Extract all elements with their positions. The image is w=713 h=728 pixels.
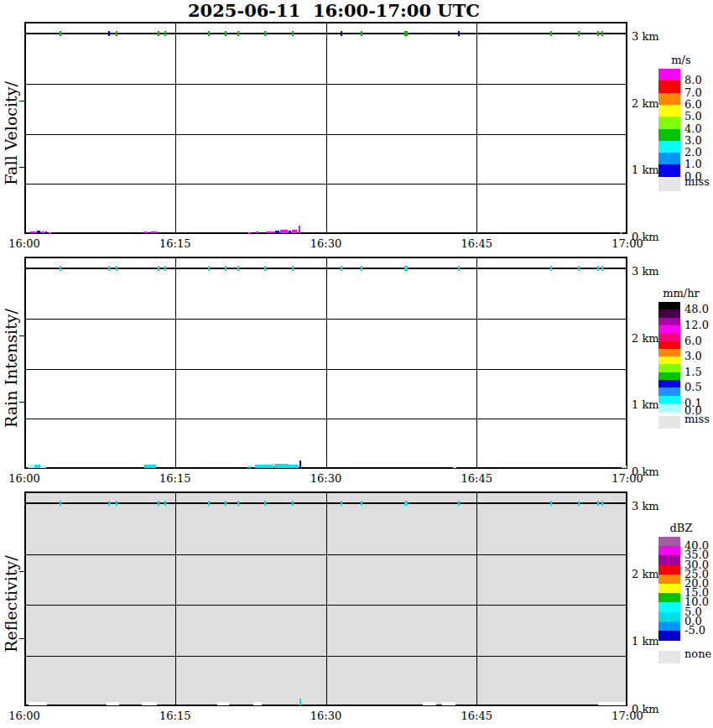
echo-dot: [578, 501, 580, 506]
surface-mark: [274, 464, 289, 468]
colorbar-band: [658, 69, 680, 81]
colorbar-tick-label: 4.0: [684, 123, 702, 135]
height-tick-label: 2 km: [632, 98, 659, 110]
echo-dot: [361, 266, 362, 271]
surface-mark: [453, 466, 456, 468]
colorbar-tick-label: -5.0: [684, 625, 705, 637]
mrr-time-height-plot: 2025-06-11 16:00-17:00 UTC Fall Velocity…: [0, 0, 713, 728]
colorbar-band: [658, 546, 680, 556]
echo-dot: [578, 31, 580, 36]
surface-mark: [598, 702, 626, 705]
echo-dot: [264, 266, 266, 271]
surface-mark: [37, 231, 40, 233]
echo-dot: [225, 31, 226, 36]
echo-dot: [601, 501, 603, 506]
echo-dot: [458, 501, 460, 506]
echo-dot: [108, 266, 110, 271]
y-axis-label-fall-velocity: Fall Velocity/: [2, 81, 20, 185]
colorbar-tick-label: 1.0: [684, 159, 702, 170]
surface-mark: [280, 230, 288, 233]
time-tick-label: 17:00: [612, 238, 643, 250]
echo-dot: [116, 501, 117, 506]
echo-dot: [164, 266, 166, 271]
echo-dot: [158, 31, 159, 36]
echo-dot: [341, 266, 342, 271]
echo-dot: [60, 266, 61, 271]
height-tick-label: 1 km: [632, 164, 659, 176]
colorbar-band: [658, 164, 680, 177]
echo-dot: [164, 501, 166, 506]
colorbar-band: [658, 612, 680, 622]
echo-dot: [404, 501, 408, 506]
colorbar-tick-label: 7.0: [684, 87, 702, 99]
axis-tick: [19, 402, 24, 403]
echo-dot: [225, 501, 226, 506]
surface-mark: [275, 231, 279, 233]
echo-dot: [116, 266, 117, 271]
echo-dot: [237, 501, 239, 506]
colorbar-band: [658, 555, 680, 565]
axis-tick: [19, 638, 24, 639]
echo-dot: [578, 266, 580, 271]
surface-mark: [28, 465, 34, 468]
colorbar-band: [658, 575, 680, 585]
gridline-time: [326, 22, 327, 234]
echo-dot: [601, 31, 603, 36]
colorbar-band: [658, 105, 680, 117]
missing-label: miss: [684, 176, 710, 188]
colorbar-unit-label: m/s: [654, 55, 708, 66]
surface-mark: [144, 465, 156, 468]
echo-dot: [341, 501, 342, 506]
height-tick-label: 3 km: [632, 266, 659, 278]
time-tick-label: 17:00: [612, 473, 643, 485]
colorbar-tick-label: 3.0: [684, 351, 702, 362]
colorbar-tick-label: 6.0: [684, 335, 702, 347]
echo-dot: [292, 266, 294, 271]
colorbar-unit-label: mm/hr: [654, 288, 708, 299]
colorbar-tick-label: 6.0: [684, 99, 702, 111]
echo-dot: [550, 266, 552, 271]
colorbar-band: [658, 333, 680, 341]
colorbar-tick-label: 5.0: [684, 111, 702, 122]
time-tick-label: 16:30: [310, 710, 341, 722]
echo-dot: [108, 31, 110, 36]
echo-dot: [264, 31, 266, 36]
echo-dot: [458, 266, 460, 271]
surface-mark: [423, 702, 436, 705]
surface-mark: [620, 232, 622, 234]
page-title: 2025-06-11 16:00-17:00 UTC: [188, 0, 480, 21]
gridline-time: [175, 257, 176, 469]
colorbar-band: [658, 141, 680, 153]
colorbar-tick-label: 12.0: [684, 320, 709, 331]
colorbar-band: [658, 602, 680, 612]
echo-dot: [597, 266, 599, 271]
echo-dot: [292, 31, 294, 36]
height-tick-label: 1 km: [632, 636, 659, 647]
time-tick-label: 16:00: [8, 238, 39, 250]
echo-dot: [458, 31, 460, 36]
height-tick-label: 3 km: [632, 31, 659, 43]
surface-mark: [45, 231, 47, 233]
time-tick-label: 16:45: [461, 473, 492, 485]
gridline-time: [326, 491, 327, 706]
surface-mark: [289, 465, 299, 468]
time-tick-label: 16:00: [8, 473, 39, 485]
echo-dot: [158, 501, 159, 506]
time-tick-label: 16:15: [159, 710, 190, 722]
surface-mark: [253, 702, 262, 705]
surface-mark: [299, 699, 301, 705]
surface-mark: [247, 466, 251, 468]
height-tick-label: 3 km: [632, 501, 659, 512]
colorbar-band: [658, 584, 680, 594]
echo-dot: [208, 501, 210, 506]
surface-mark: [217, 702, 229, 705]
gridline-time: [326, 257, 327, 469]
colorbar-band: [658, 621, 680, 632]
echo-dot: [264, 501, 266, 506]
echo-dot: [601, 266, 603, 271]
gridline-time: [476, 22, 477, 234]
surface-mark: [144, 231, 147, 233]
surface-mark: [142, 702, 157, 705]
time-tick-label: 16:15: [159, 473, 190, 485]
missing-box: [658, 179, 680, 191]
